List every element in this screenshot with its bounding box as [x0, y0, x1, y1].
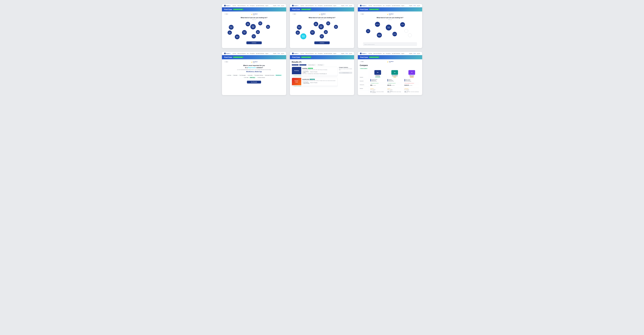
- logo-1: E Empire ♦: [224, 5, 230, 7]
- mindfulness-chip: Mindfulness: [275, 75, 282, 76]
- nav-logout[interactable]: Log Out: [281, 5, 284, 6]
- headway-footer: ✓ Accepted by Insurance: [292, 75, 338, 77]
- nav-dashboard[interactable]: My Health Dashboard: [256, 5, 264, 6]
- feature-reminders[interactable]: ✓ Automated Reminders: [264, 75, 274, 76]
- headway-thumb: Headway: [292, 67, 301, 74]
- continue-button-1[interactable]: Continue: [246, 42, 262, 44]
- check-icon-community: ✓: [246, 75, 247, 76]
- card-6: E Empire ♦ My Plans Claims and Payments …: [358, 52, 422, 95]
- results-title: Results (7): [292, 61, 352, 63]
- bubble-mental-health[interactable]: MentalHealth: [386, 25, 392, 31]
- sondermind-criteria: Your Criteria (2/3) ✓ In-app Telehealth …: [302, 82, 336, 84]
- bubble-immune-2[interactable]: ImmuneCare: [320, 34, 324, 39]
- nav-my-plans[interactable]: My Plans: [233, 5, 236, 6]
- feature-mobile[interactable]: Mobile App: [249, 77, 256, 78]
- navbar-5: E Empire ♦ My Plans Claims and Payments …: [290, 52, 354, 55]
- talkspace-cost-cell: $100.00 per session: [404, 84, 419, 88]
- nav-prescriptions[interactable]: Prescriptions: [250, 5, 255, 6]
- feature-community[interactable]: ✓ Community: [246, 75, 252, 76]
- bubble-mental[interactable]: MentalHealth: [235, 35, 240, 39]
- bubble-heart-2[interactable]: HeartHealth: [324, 30, 328, 34]
- bubble-gut[interactable]: GutHealth: [228, 31, 232, 35]
- bubble-addiction[interactable]: Addiction: [392, 32, 397, 36]
- col-sondermind: SM SonderMind Popular Telehealth Online …: [386, 70, 403, 94]
- bubble-womens[interactable]: Women'sHealth: [229, 25, 234, 30]
- bubble-diabetes[interactable]: DiabetesCare: [242, 30, 247, 35]
- sondermind-reviews-cell: ★★★☆☆ 3.25 · 4 reviews S Shawn D.SonderM…: [387, 88, 402, 94]
- see-results-button[interactable]: See Results: [247, 81, 261, 84]
- check-icon-chat: ✓: [243, 77, 244, 78]
- bubble-behavior[interactable]: BehaviorTherapy: [377, 33, 382, 38]
- filter-insurance[interactable]: Insurance Status ▼: [307, 64, 316, 66]
- bubble-weight-2[interactable]: WeightLoss: [326, 21, 330, 25]
- back-button-2[interactable]: ← Back: [292, 13, 296, 15]
- sondermind-name: Sondermind ✦ Top Rated: [302, 79, 336, 80]
- bubble-brain-2[interactable]: BrainHealth: [314, 22, 318, 26]
- compare-panel-sub: Select up to 3 search results to compare…: [339, 68, 352, 70]
- result-sondermind: Sonder-mind Sondermind ✦ Top Rated Conne…: [292, 78, 338, 87]
- nav-support[interactable]: Support: [265, 5, 268, 6]
- bubble-weight[interactable]: WeightLoss: [258, 21, 262, 25]
- bubble-immune[interactable]: ImmuneCare: [252, 34, 256, 39]
- col-talkspace: TS Talkspace Alternative Online Therapy …: [403, 70, 420, 94]
- feature-rx[interactable]: ✓ Prescription Delivery: [253, 75, 263, 76]
- continue-button-2[interactable]: Continue: [314, 42, 330, 44]
- navbar-6: E Empire ♦ My Plans Claims and Payments …: [358, 52, 422, 55]
- navbar-4: E Empire ♦ My Plans Claims and Payments …: [222, 52, 286, 55]
- bubble-brain[interactable]: BrainHealth: [246, 22, 250, 26]
- card-2: E Empire ♦ My Plans Claims and Payments …: [290, 4, 354, 48]
- compare-body: ← Back ⚡ Architect Health Compare Chroni…: [358, 59, 422, 95]
- nav-claims[interactable]: Claims and Payments: [237, 5, 246, 6]
- bubble-musculo[interactable]: Musculo-skeletalHealth: [250, 24, 256, 29]
- col-headway: HW Headway Recommended Therapy/Coaching …: [369, 70, 386, 94]
- card-4: E Empire ♦ My Plans Claims and Payments …: [222, 52, 286, 95]
- bubble-womens-2[interactable]: Women'sHealth: [297, 25, 302, 30]
- bubble-mens[interactable]: Men'sHealth: [266, 25, 270, 29]
- talkspace-insurance-cell: ✗ Not Accepted by Insurance: [404, 82, 419, 84]
- feature-lab[interactable]: ✓ Lab Tests: [226, 75, 231, 76]
- card-1: E Empire ♦ My Plans Claims and Payments …: [222, 4, 286, 48]
- feature-text[interactable]: ✓ Text Messages: [238, 75, 246, 76]
- compare-results-button[interactable]: Compare Results: [339, 72, 352, 74]
- nav-profile[interactable]: Profile: [277, 5, 280, 6]
- feature-chat[interactable]: ✓ 24/7 Chat: [243, 77, 248, 78]
- compare-table: Features Insurance Costs (est.) Reviews …: [360, 70, 420, 94]
- bubble-anxiety[interactable]: Anxiety: [400, 22, 405, 27]
- welcome-badge-1[interactable]: ▶ Welcome to Architect: [233, 9, 243, 10]
- bubble-diabetes-2[interactable]: DiabetesCare: [310, 30, 315, 35]
- headway-header: HW Headway Recommended: [370, 70, 385, 78]
- back-button-6[interactable]: ← Back: [360, 61, 364, 62]
- header-bar-6: Find Care ▶Welcome to Architect: [358, 55, 422, 59]
- talkspace-stars: ★★★★★: [404, 88, 419, 89]
- nav-espanol[interactable]: Español: [273, 5, 276, 6]
- bubble-ptsd[interactable]: PTSD: [366, 29, 370, 33]
- feature-mindfulness[interactable]: Mindfulness: [275, 75, 282, 76]
- bubble-gut-2[interactable]: GutHealth: [296, 31, 300, 35]
- feature-inperson[interactable]: ✓ In-Person Access: [256, 77, 265, 78]
- header-bar-3: Find Care ▶Welcome to Architect: [358, 7, 422, 12]
- bubble-placeholder-2[interactable]: [408, 33, 412, 37]
- filter-mental[interactable]: Mental Health: [292, 64, 298, 66]
- headway-logo: HW: [374, 70, 381, 75]
- compare-title: Compare: [360, 64, 420, 66]
- headway-reviews-cell: ★★★★☆ 4.15 · 4 reviews L Linda A.True th…: [370, 88, 385, 94]
- bubble-musculo-2[interactable]: Musculo-skeletalHealth: [318, 24, 324, 29]
- back-button-1[interactable]: ← Back: [224, 13, 228, 15]
- card-body-1: ← Back ⚡ Architect Health What kind of c…: [222, 12, 286, 46]
- compare-label-col: Features Insurance Costs (est.) Reviews: [360, 70, 369, 94]
- sondermind-footer: ✓ Accepted by Insurance: [292, 85, 338, 87]
- sondermind-insurance-cell: ✓ Accepted by Insurance: [387, 82, 402, 84]
- filter-features[interactable]: Features (2) ▼: [299, 64, 306, 66]
- feature-telehealth[interactable]: ✓ Telehealth: [232, 75, 238, 76]
- bubble-placeholder-1[interactable]: [404, 29, 408, 33]
- back-button-4[interactable]: ← Back: [224, 61, 228, 63]
- bubble-mental-selected[interactable]: MentalHealth: [300, 33, 306, 39]
- bubble-mens-2[interactable]: Men'sHealth: [334, 25, 338, 29]
- nav-care[interactable]: Care: [247, 5, 249, 6]
- back-button-3[interactable]: ← Back: [360, 13, 364, 15]
- bubble-depression[interactable]: Depression: [375, 22, 380, 27]
- talkspace-reviews-cell: ★★★★★ 9.0 · 5 reviews D Dhruv Z.Great re…: [404, 88, 419, 94]
- bubble-heart[interactable]: HeartHealth: [256, 30, 260, 34]
- filter-price[interactable]: Price Range ▼: [317, 64, 324, 66]
- logo-icon: E: [224, 5, 226, 7]
